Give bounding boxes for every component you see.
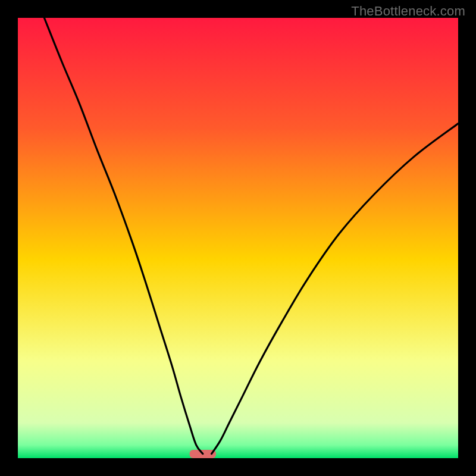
watermark-text: TheBottleneck.com (351, 4, 465, 19)
chart-frame: TheBottleneck.com (0, 0, 476, 476)
chart-svg (0, 0, 476, 476)
plot-area (18, 18, 458, 458)
